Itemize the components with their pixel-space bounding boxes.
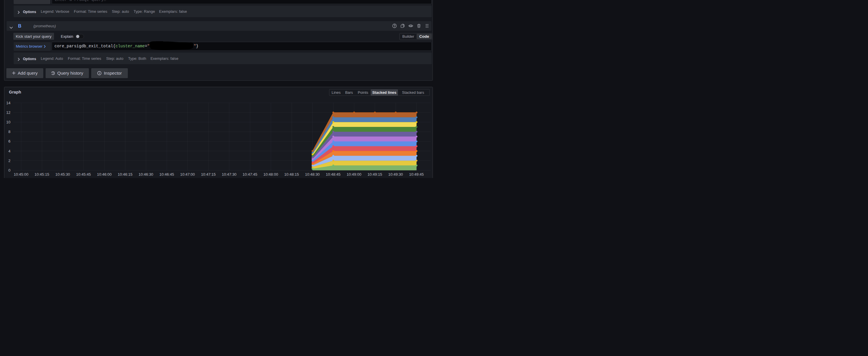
- svg-text:10:45:45: 10:45:45: [76, 172, 91, 176]
- svg-text:10:49:00: 10:49:00: [347, 172, 361, 176]
- svg-text:10:49:15: 10:49:15: [368, 172, 382, 176]
- svg-text:10:49:45: 10:49:45: [409, 172, 424, 176]
- svg-text:0: 0: [8, 168, 10, 172]
- svg-text:10:47:15: 10:47:15: [201, 172, 216, 176]
- svg-text:12: 12: [6, 110, 10, 115]
- svg-text:10:46:45: 10:46:45: [159, 172, 174, 176]
- svg-text:10:45:15: 10:45:15: [35, 172, 50, 176]
- svg-text:2: 2: [8, 159, 10, 163]
- svg-text:10:47:45: 10:47:45: [243, 172, 257, 176]
- svg-text:10:48:15: 10:48:15: [284, 172, 299, 176]
- svg-text:10:46:15: 10:46:15: [118, 172, 132, 176]
- svg-text:10:48:30: 10:48:30: [305, 172, 320, 176]
- svg-text:8: 8: [8, 130, 10, 134]
- svg-text:10:47:30: 10:47:30: [222, 172, 237, 176]
- svg-text:4: 4: [8, 149, 10, 153]
- svg-text:10:49:30: 10:49:30: [388, 172, 403, 176]
- svg-text:10:48:45: 10:48:45: [326, 172, 341, 176]
- svg-text:6: 6: [8, 139, 10, 143]
- svg-text:14: 14: [6, 101, 10, 105]
- svg-text:10: 10: [6, 120, 10, 124]
- svg-text:10:47:00: 10:47:00: [180, 172, 195, 176]
- svg-text:10:46:00: 10:46:00: [97, 172, 112, 176]
- svg-text:10:46:30: 10:46:30: [138, 172, 153, 176]
- svg-text:10:45:00: 10:45:00: [14, 172, 28, 176]
- svg-text:10:48:00: 10:48:00: [264, 172, 278, 176]
- svg-text:10:45:30: 10:45:30: [55, 172, 70, 176]
